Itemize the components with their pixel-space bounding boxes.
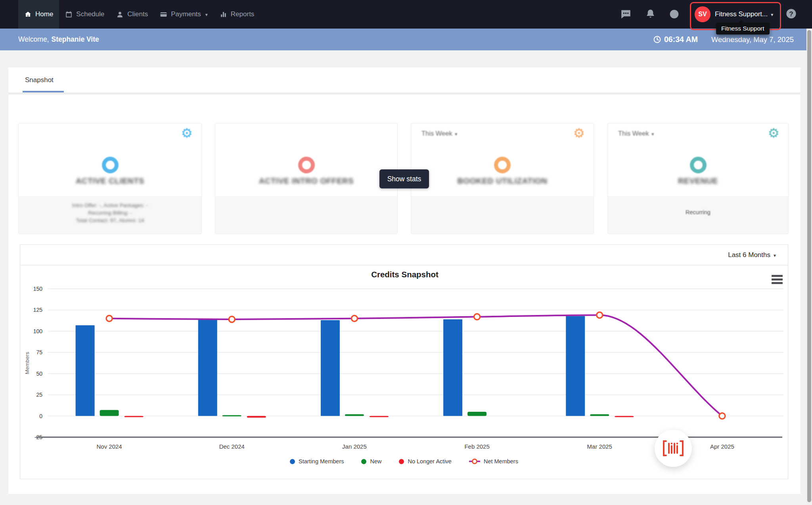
bar-starting-members xyxy=(76,325,95,416)
watermark-logo xyxy=(655,430,692,467)
show-stats-button[interactable]: Show stats xyxy=(379,169,429,188)
clock-icon xyxy=(653,35,661,44)
home-icon xyxy=(24,11,32,18)
loading-spinner xyxy=(298,157,315,173)
net-members-marker xyxy=(351,315,357,321)
active-tab-indicator xyxy=(23,91,64,92)
nav-label: Payments xyxy=(171,10,201,18)
chart-menu-icon[interactable] xyxy=(772,275,783,277)
legend-dot xyxy=(361,459,366,464)
nav-item-payments[interactable]: Payments ▾ xyxy=(154,0,214,29)
footer-line: Total Contact: 97, Alumni: 14 xyxy=(76,217,144,224)
svg-text:?: ? xyxy=(789,10,793,18)
tab-label: Snapshot xyxy=(25,76,54,84)
bar-new xyxy=(345,414,364,416)
gear-icon[interactable]: ⚙ xyxy=(573,127,585,140)
legend-label: Starting Members xyxy=(299,458,344,465)
main-nav: Home Schedule Clients Payments ▾ Reports xyxy=(18,0,260,29)
legend-item: Net Members xyxy=(469,458,518,465)
svg-text:0: 0 xyxy=(39,413,42,419)
gear-icon[interactable]: ⚙ xyxy=(768,127,779,140)
svg-text:100: 100 xyxy=(33,328,43,334)
calendar-icon xyxy=(65,11,73,18)
net-members-marker xyxy=(106,315,112,321)
history-clock-icon[interactable] xyxy=(669,9,680,19)
svg-text:25: 25 xyxy=(36,392,42,398)
avatar[interactable]: SV xyxy=(695,6,710,22)
legend-label: No Longer Active xyxy=(408,458,451,465)
bar-new xyxy=(222,415,241,416)
chevron-down-icon: ▾ xyxy=(771,12,773,17)
nav-item-clients[interactable]: Clients xyxy=(110,0,154,29)
welcome-bar: Welcome, Stephanie Vite 06:34 AM Wednesd… xyxy=(0,29,812,50)
barcode-logo-icon xyxy=(662,440,684,457)
legend-item: Starting Members xyxy=(290,458,344,465)
chevron-down-icon: ▾ xyxy=(774,253,776,258)
notifications-bell-icon[interactable] xyxy=(645,9,656,19)
net-members-marker xyxy=(597,312,603,318)
footer-line: Recurring Billing: - xyxy=(88,209,132,217)
loading-spinner xyxy=(102,157,119,173)
nav-item-home[interactable]: Home xyxy=(18,0,59,29)
time-text: 06:34 AM xyxy=(664,35,698,44)
footer-line: Intro Offer: -, Active Packages: - xyxy=(72,202,148,209)
account-tooltip: Fitness Support xyxy=(716,23,770,35)
legend-label: Net Members xyxy=(484,458,518,465)
net-members-marker xyxy=(719,413,725,419)
nav-label: Reports xyxy=(231,10,255,18)
nav-label: Home xyxy=(35,10,53,18)
svg-text:Members: Members xyxy=(24,352,30,374)
svg-text:50: 50 xyxy=(36,371,42,377)
stat-card-active-clients: ⚙ ACTIVE CLIENTS Intro Offer: -, Active … xyxy=(18,123,202,234)
gear-icon[interactable]: ⚙ xyxy=(181,127,193,140)
tab-bar: Snapshot xyxy=(8,67,801,93)
credits-snapshot-chart: 1501251007550250-25Credits SnapshotMembe… xyxy=(20,265,788,456)
scrollbar-thumb[interactable] xyxy=(807,30,811,502)
net-members-marker xyxy=(474,314,480,320)
tooltip-text: Fitness Support xyxy=(721,25,764,32)
legend-item: New xyxy=(361,458,381,465)
nav-item-reports[interactable]: Reports xyxy=(214,0,260,29)
card-footer: Recurring xyxy=(608,196,788,234)
credit-card-icon xyxy=(160,11,167,18)
top-navbar: Home Schedule Clients Payments ▾ Reports… xyxy=(0,0,812,29)
tab-snapshot[interactable]: Snapshot xyxy=(25,67,54,93)
card-footer: Intro Offer: -, Active Packages: - Recur… xyxy=(19,196,201,234)
bar-starting-members xyxy=(321,320,340,416)
footer-line: Recurring xyxy=(686,209,710,216)
card-title: ACTIVE CLIENTS xyxy=(19,177,201,186)
legend-dot xyxy=(290,459,295,464)
chart-header: Last 6 Months ▾ xyxy=(20,245,788,265)
svg-text:150: 150 xyxy=(33,286,43,292)
bar-no-longer-active xyxy=(124,416,144,417)
avatar-initials: SV xyxy=(698,11,707,18)
date-range-selector[interactable]: Last 6 Months ▾ xyxy=(728,245,776,265)
loading-spinner xyxy=(690,157,707,173)
period-selector[interactable]: This Week ▾ xyxy=(618,130,654,137)
svg-text:125: 125 xyxy=(33,307,43,313)
account-name-label: Fitness Support... xyxy=(715,10,768,18)
svg-text:Apr 2025: Apr 2025 xyxy=(710,443,734,450)
card-footer xyxy=(411,196,594,234)
stat-card-booked-utilization: This Week ▾ ⚙ BOOKED UTILIZATION xyxy=(411,123,594,234)
person-icon xyxy=(116,11,124,18)
user-name: Stephanie Vite xyxy=(51,35,99,44)
chat-icon[interactable] xyxy=(620,9,631,19)
chart-menu-icon[interactable] xyxy=(772,282,783,284)
period-selector[interactable]: This Week ▾ xyxy=(421,130,457,137)
card-title: REVENUE xyxy=(608,177,788,186)
chart-menu-icon[interactable] xyxy=(772,278,783,280)
bar-new xyxy=(467,412,486,416)
bar-starting-members xyxy=(443,319,462,416)
nav-label: Clients xyxy=(127,10,148,18)
nav-item-schedule[interactable]: Schedule xyxy=(59,0,110,29)
svg-text:Feb 2025: Feb 2025 xyxy=(464,443,489,450)
bar-starting-members xyxy=(566,316,585,416)
chevron-down-icon: ▾ xyxy=(205,12,208,17)
current-time: 06:34 AM xyxy=(653,35,698,44)
help-icon[interactable]: ? xyxy=(785,8,797,19)
svg-text:Dec 2024: Dec 2024 xyxy=(219,443,245,450)
svg-text:Mar 2025: Mar 2025 xyxy=(587,443,612,450)
legend-dot xyxy=(399,459,404,464)
bar-chart-icon xyxy=(220,11,227,18)
